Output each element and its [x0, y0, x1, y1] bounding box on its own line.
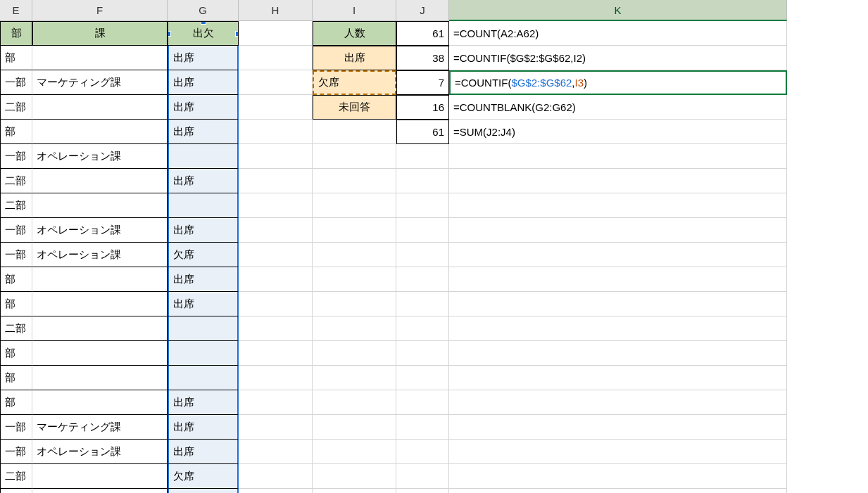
stat-count-val[interactable]: 61 [396, 21, 449, 46]
cell-blank-I[interactable] [313, 144, 396, 169]
cell-blank-K[interactable] [449, 292, 787, 316]
cell-blank-K[interactable] [449, 243, 787, 267]
stat-nores-val[interactable]: 16 [396, 95, 449, 120]
spreadsheet-grid[interactable]: E F G H I J K 部 課 出欠 人数 61 =COUNT(A2:A62… [0, 0, 868, 493]
cell-attend[interactable]: 出席 [168, 169, 239, 193]
cell-blank-H[interactable] [239, 120, 313, 144]
cell-blank-I[interactable] [313, 440, 396, 464]
cell-blank-K[interactable] [449, 366, 787, 390]
cell-attend[interactable]: 出席 [168, 489, 239, 493]
cell-blank-J[interactable] [396, 144, 449, 169]
cell-dept[interactable]: 一部 [0, 415, 32, 440]
cell-blank-J[interactable] [396, 366, 449, 390]
cell-section[interactable]: オペレーション課 [32, 144, 168, 169]
cell-blank-H[interactable] [239, 292, 313, 316]
cell-dept[interactable]: 部 [0, 292, 32, 316]
cell-dept[interactable]: 二部 [0, 193, 32, 218]
stat-nores-label[interactable]: 未回答 [313, 95, 396, 120]
cell-section[interactable] [32, 316, 168, 341]
cell-section[interactable] [32, 193, 168, 218]
cell-blank-I[interactable] [313, 267, 396, 292]
cell-blank-I[interactable] [313, 169, 396, 193]
cell-dept[interactable]: 一部 [0, 243, 32, 267]
cell-attend[interactable]: 出席 [168, 390, 239, 415]
cell-dept[interactable]: 部 [0, 46, 32, 70]
cell-blank-H[interactable] [239, 366, 313, 390]
cell-dept[interactable]: 部 [0, 120, 32, 144]
cell-blank-J[interactable] [396, 218, 449, 243]
cell-blank-I[interactable] [313, 292, 396, 316]
cell-dept[interactable]: 部 [0, 489, 32, 493]
cell-blank-I[interactable] [313, 489, 396, 493]
cell-section[interactable]: オペレーション課 [32, 440, 168, 464]
cell-dept[interactable]: 二部 [0, 95, 32, 120]
col-head-K[interactable]: K [449, 0, 787, 21]
cell-attend[interactable] [168, 366, 239, 390]
cell-dept[interactable]: 一部 [0, 440, 32, 464]
cell-blank-H[interactable] [239, 440, 313, 464]
stat-attend-label[interactable]: 出席 [313, 46, 396, 70]
cell-blank-J[interactable] [396, 316, 449, 341]
formula-count[interactable]: =COUNT(A2:A62) [449, 21, 787, 46]
cell-dept[interactable]: 二部 [0, 316, 32, 341]
cell-section[interactable] [32, 292, 168, 316]
cell-attend[interactable]: 出席 [168, 440, 239, 464]
cell-blank-H[interactable] [239, 390, 313, 415]
cell-blank-K[interactable] [449, 440, 787, 464]
cell-dept[interactable]: 部 [0, 267, 32, 292]
cell-attend[interactable]: 出席 [168, 70, 239, 95]
cell-blank-K[interactable] [449, 489, 787, 493]
cell-blank-K[interactable] [449, 193, 787, 218]
cell-blank-K[interactable] [449, 169, 787, 193]
cell-attend[interactable]: 出席 [168, 95, 239, 120]
cell-blank-K[interactable] [449, 267, 787, 292]
cell-blank-H[interactable] [239, 341, 313, 366]
cell-blank-J[interactable] [396, 464, 449, 489]
cell-section[interactable]: マーケティング課 [32, 70, 168, 95]
cell-blank-H[interactable] [239, 70, 313, 95]
cell-H1[interactable] [239, 21, 313, 46]
cell-blank-I[interactable] [313, 120, 396, 144]
cell-blank-J[interactable] [396, 440, 449, 464]
cell-blank-K[interactable] [449, 144, 787, 169]
cell-blank-H[interactable] [239, 243, 313, 267]
cell-blank-I[interactable] [313, 415, 396, 440]
col-head-G[interactable]: G [168, 0, 239, 21]
cell-blank-H[interactable] [239, 316, 313, 341]
cell-blank-H[interactable] [239, 267, 313, 292]
cell-dept[interactable]: 部 [0, 341, 32, 366]
cell-section[interactable]: オペレーション課 [32, 243, 168, 267]
cell-dept[interactable]: 一部 [0, 218, 32, 243]
stat-absent-label[interactable]: 欠席 [313, 70, 396, 95]
formula-nores[interactable]: =COUNTBLANK(G2:G62) [449, 95, 787, 120]
cell-attend[interactable] [168, 144, 239, 169]
stat-absent-val[interactable]: 7 [396, 70, 449, 95]
cell-blank-J[interactable] [396, 341, 449, 366]
cell-blank-H[interactable] [239, 464, 313, 489]
cell-blank-I[interactable] [313, 193, 396, 218]
cell-section[interactable] [32, 366, 168, 390]
col-head-F[interactable]: F [32, 0, 168, 21]
cell-blank-H[interactable] [239, 46, 313, 70]
cell-blank-I[interactable] [313, 341, 396, 366]
cell-blank-I[interactable] [313, 366, 396, 390]
formula-attend[interactable]: =COUNTIF($G$2:$G$62,I2) [449, 46, 787, 70]
cell-blank-J[interactable] [396, 169, 449, 193]
cell-blank-H[interactable] [239, 144, 313, 169]
cell-blank-K[interactable] [449, 316, 787, 341]
cell-attend[interactable] [168, 316, 239, 341]
cell-dept[interactable]: 二部 [0, 464, 32, 489]
cell-blank-J[interactable] [396, 267, 449, 292]
cell-section[interactable] [32, 169, 168, 193]
cell-attend[interactable]: 出席 [168, 415, 239, 440]
cell-blank-J[interactable] [396, 489, 449, 493]
cell-section[interactable]: マーケティング課 [32, 415, 168, 440]
cell-dept[interactable]: 部 [0, 390, 32, 415]
formula-absent-editing[interactable]: =COUNTIF($G$2:$G$62,I3) [449, 70, 787, 95]
cell-blank-H[interactable] [239, 415, 313, 440]
cell-section[interactable] [32, 120, 168, 144]
stat-attend-val[interactable]: 38 [396, 46, 449, 70]
cell-attend[interactable]: 出席 [168, 292, 239, 316]
cell-section[interactable] [32, 95, 168, 120]
cell-attend[interactable]: 出席 [168, 120, 239, 144]
